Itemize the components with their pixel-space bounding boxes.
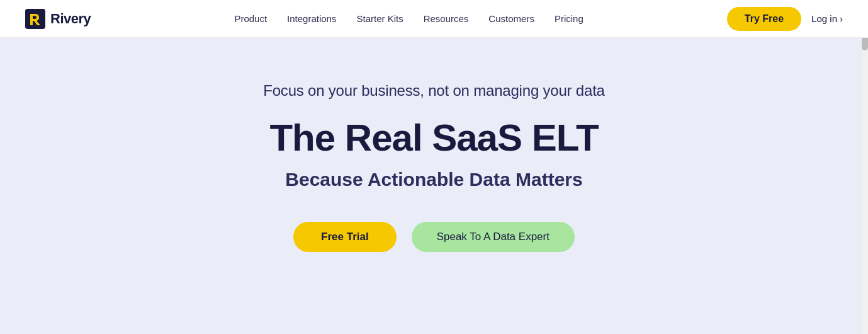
login-label: Log in xyxy=(811,13,837,24)
navbar: Rivery Product Integrations Starter Kits… xyxy=(0,0,868,38)
free-trial-button[interactable]: Free Trial xyxy=(293,222,397,252)
nav-link-product[interactable]: Product xyxy=(234,13,267,24)
nav-link-resources[interactable]: Resources xyxy=(424,13,469,24)
hero-tagline: Because Actionable Data Matters xyxy=(285,169,582,190)
nav-link-customers[interactable]: Customers xyxy=(488,13,534,24)
hero-section: Focus on your business, not on managing … xyxy=(0,38,868,334)
nav-item-integrations[interactable]: Integrations xyxy=(287,13,336,25)
speak-to-expert-button[interactable]: Speak To A Data Expert xyxy=(412,222,575,252)
logo-link[interactable]: Rivery xyxy=(25,9,91,29)
login-link[interactable]: Log in › xyxy=(811,13,843,24)
hero-subtitle: Focus on your business, not on managing … xyxy=(263,82,605,100)
nav-link-integrations[interactable]: Integrations xyxy=(287,13,336,24)
rivery-logo-icon xyxy=(25,9,45,29)
logo-text: Rivery xyxy=(50,11,91,27)
nav-link-pricing[interactable]: Pricing xyxy=(555,13,583,24)
login-chevron-icon: › xyxy=(840,13,843,24)
nav-right: Try Free Log in › xyxy=(727,7,843,31)
hero-title: The Real SaaS ELT xyxy=(269,117,598,159)
nav-item-product[interactable]: Product xyxy=(234,13,267,25)
hero-buttons: Free Trial Speak To A Data Expert xyxy=(293,222,575,252)
nav-links: Product Integrations Starter Kits Resour… xyxy=(234,13,583,25)
nav-link-starter-kits[interactable]: Starter Kits xyxy=(356,13,403,24)
try-free-button[interactable]: Try Free xyxy=(727,7,801,31)
nav-item-starter-kits[interactable]: Starter Kits xyxy=(356,13,403,25)
scrollbar[interactable] xyxy=(862,0,868,334)
nav-item-customers[interactable]: Customers xyxy=(488,13,534,25)
nav-item-pricing[interactable]: Pricing xyxy=(555,13,583,25)
nav-item-resources[interactable]: Resources xyxy=(424,13,469,25)
